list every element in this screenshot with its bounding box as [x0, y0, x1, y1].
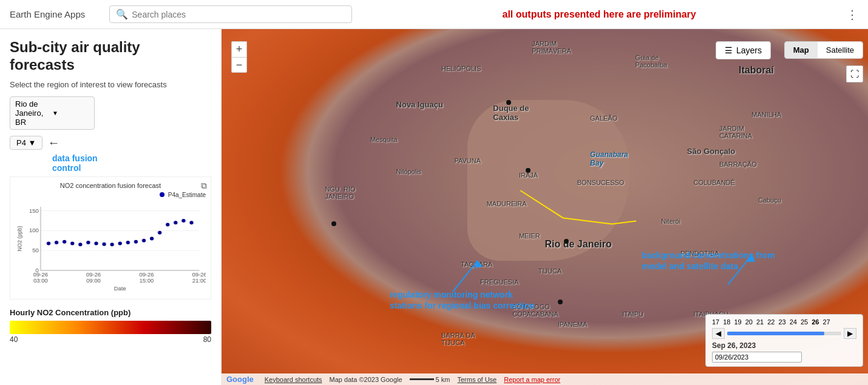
timeline-num-20: 20: [745, 318, 753, 326]
fullscreen-button[interactable]: ⛶: [846, 65, 863, 82]
zoom-in-button[interactable]: +: [231, 41, 247, 57]
timeline-num-26: 26: [812, 318, 819, 326]
data-fusion-annotation: data fusioncontrol: [52, 153, 222, 174]
timeline-num-21: 21: [756, 318, 764, 326]
timeline-num-17: 17: [712, 318, 719, 326]
timeline-next-button[interactable]: ▶: [844, 328, 856, 339]
left-panel: Sub-city air quality forecasts Select th…: [0, 29, 222, 385]
p4-button[interactable]: P4 ▼: [10, 136, 42, 150]
region-select[interactable]: Rio de Janeiro, BR ▼: [10, 96, 95, 130]
timeline-num-22: 22: [767, 318, 775, 326]
warning-text: all outputs presented here are prelimina…: [352, 9, 846, 20]
colorbar-min: 40: [10, 335, 18, 344]
map-type-satellite-button[interactable]: Satellite: [818, 42, 863, 58]
zoom-out-button[interactable]: −: [231, 57, 247, 73]
timeline-bar[interactable]: [727, 332, 841, 335]
map-data-text: Map data ©2023 Google: [330, 376, 402, 383]
no2-chart-canvas: [15, 201, 206, 292]
main-content: Sub-city air quality forecasts Select th…: [0, 29, 868, 385]
guanabara-bay: [467, 100, 629, 260]
timeline-num-27: 27: [823, 318, 830, 326]
timeline-date-label: Sep 26, 2023: [712, 341, 856, 350]
search-icon: 🔍: [116, 8, 128, 20]
timeline-date-input[interactable]: [712, 352, 802, 363]
subtitle: Select the region of interest to view fo…: [10, 80, 211, 89]
layers-button[interactable]: ☰ Layers: [716, 41, 771, 59]
timeline-panel: 17 18 19 20 21 22 23 24 25 26 27 ◀ ▶ Sep…: [705, 314, 863, 367]
timeline-prev-button[interactable]: ◀: [712, 328, 725, 339]
terms-link[interactable]: Terms of Use: [457, 376, 497, 383]
timeline-num-24: 24: [790, 318, 797, 326]
left-arrow-icon: ←: [47, 136, 59, 150]
timeline-num-18: 18: [723, 318, 730, 326]
chart-legend: P4a_Estimate: [15, 192, 206, 198]
search-bar[interactable]: 🔍: [109, 5, 352, 23]
timeline-num-25: 25: [801, 318, 808, 326]
map-type-map-button[interactable]: Map: [785, 42, 818, 58]
expand-icon[interactable]: ⧉: [201, 181, 207, 191]
zoom-controls: + −: [231, 41, 247, 73]
colorbar-ticks: 40 80: [10, 335, 211, 344]
timeline-num-23: 23: [779, 318, 786, 326]
chart-container: NO2 concentration fusion forecast ⧉ P4a_…: [10, 176, 211, 300]
colorbar-label: Hourly NO2 Concentration (ppb): [10, 308, 211, 317]
layers-icon: ☰: [725, 45, 733, 55]
search-input[interactable]: [132, 10, 345, 19]
report-link[interactable]: Report a map error: [504, 376, 560, 383]
page-title: Sub-city air quality forecasts: [10, 39, 211, 74]
colorbar: [10, 321, 211, 334]
p4-row: P4 ▼ ←: [10, 136, 211, 150]
map-area[interactable]: + − ☰ Layers Map Satellite ⛶ JARDIMPRIMÁ…: [222, 29, 868, 385]
topbar: Earth Engine Apps 🔍 all outputs presente…: [0, 0, 868, 29]
fullscreen-icon: ⛶: [850, 69, 859, 79]
google-logo: Google: [226, 375, 254, 384]
menu-icon[interactable]: ⋮: [846, 7, 858, 22]
timeline-controls: ◀ ▶: [712, 328, 856, 339]
dropdown-arrow-icon: ▼: [52, 110, 89, 116]
colorbar-max: 80: [203, 335, 211, 344]
scale-bar: 5 km: [410, 376, 450, 383]
timeline-num-19: 19: [734, 318, 742, 326]
map-bottom-bar: Google Keyboard shortcuts Map data ©2023…: [222, 373, 868, 385]
keyboard-shortcuts-link[interactable]: Keyboard shortcuts: [265, 376, 322, 383]
chart-title: NO2 concentration fusion forecast: [15, 182, 206, 189]
map-type-buttons: Map Satellite: [784, 41, 863, 59]
app-title: Earth Engine Apps: [10, 9, 85, 19]
region-value: Rio de Janeiro, BR: [15, 99, 52, 127]
chevron-down-icon: ▼: [29, 138, 36, 147]
timeline-numbers: 17 18 19 20 21 22 23 24 25 26 27: [712, 318, 856, 326]
